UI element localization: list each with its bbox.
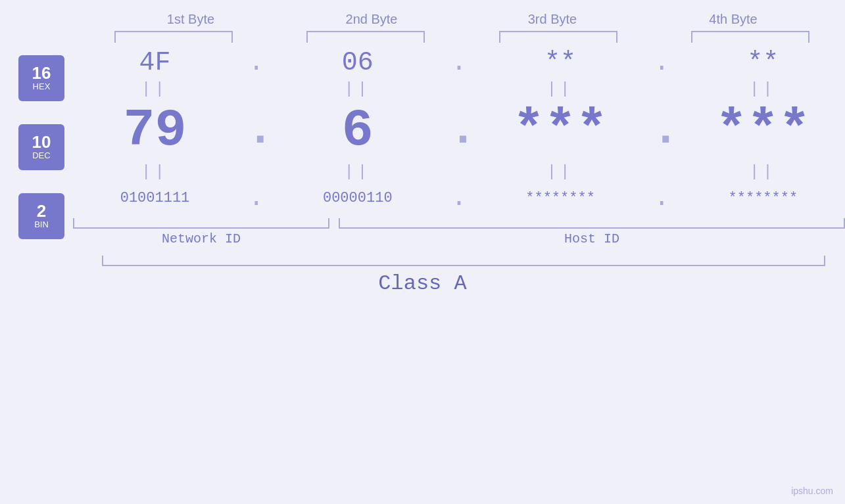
eq-3: || xyxy=(488,80,633,98)
byte-label-1: 1st Byte xyxy=(118,12,263,27)
equals-row-2: || || || || xyxy=(73,160,845,183)
bracket-2 xyxy=(306,31,425,43)
network-id-label: Network ID xyxy=(73,231,329,246)
dec-byte-1: 79 xyxy=(83,101,228,160)
hex-row: 4F . 06 . ** . ** xyxy=(73,48,845,78)
main-container: 1st Byte 2nd Byte 3rd Byte 4th Byte 16 H… xyxy=(0,0,845,504)
bottom-section: Network ID Host ID xyxy=(73,218,845,246)
dec-sep-3: . xyxy=(652,104,671,156)
dec-byte-4: *** xyxy=(690,101,835,160)
hex-byte-2: 06 xyxy=(285,48,430,78)
equals-row-1: || || || || xyxy=(73,78,845,101)
dec-sep-2: . xyxy=(449,104,469,156)
bin-byte-4: ******** xyxy=(690,190,835,206)
bracket-3 xyxy=(499,31,617,43)
dec-byte-3: *** xyxy=(488,101,633,160)
badges-column: 16 HEX 10 DEC 2 BIN xyxy=(0,55,73,239)
badge-hex-number: 16 xyxy=(32,64,51,81)
eq-4: || xyxy=(690,80,835,98)
hex-sep-1: . xyxy=(247,48,266,78)
eq-1: || xyxy=(83,80,228,98)
bottom-brackets xyxy=(73,218,845,229)
bottom-labels: Network ID Host ID xyxy=(73,231,845,246)
hex-byte-3: ** xyxy=(488,48,633,78)
main-grid: 16 HEX 10 DEC 2 BIN 4F . 06 . ** . ** xyxy=(0,48,845,246)
network-id-bracket xyxy=(73,218,329,229)
badge-bin: 2 BIN xyxy=(18,193,64,239)
bin-sep-2: . xyxy=(449,183,469,213)
badge-hex-label: HEX xyxy=(33,81,51,92)
host-id-bracket xyxy=(339,218,845,229)
byte-label-4: 4th Byte xyxy=(661,12,806,27)
byte-label-3: 3rd Byte xyxy=(480,12,625,27)
bin-byte-3: ******** xyxy=(488,190,633,206)
dec-byte-2: 6 xyxy=(285,101,430,160)
hex-byte-4: ** xyxy=(690,48,835,78)
badge-dec-number: 10 xyxy=(32,133,51,150)
eq2-4: || xyxy=(690,163,835,181)
bracket-1 xyxy=(114,31,233,43)
bin-row: 01001111 . 00000110 . ******** . *******… xyxy=(73,183,845,213)
class-bracket xyxy=(102,256,825,266)
hex-byte-1: 4F xyxy=(83,48,228,78)
badge-bin-number: 2 xyxy=(37,202,46,219)
eq2-2: || xyxy=(285,163,430,181)
badge-dec-label: DEC xyxy=(32,150,50,161)
host-id-label: Host ID xyxy=(339,231,845,246)
badge-bin-label: BIN xyxy=(34,219,49,230)
dec-sep-1: . xyxy=(247,104,266,156)
dec-row: 79 . 6 . *** . *** xyxy=(73,101,845,160)
byte-label-2: 2nd Byte xyxy=(299,12,444,27)
watermark: ipshu.com xyxy=(791,486,833,496)
eq2-1: || xyxy=(83,163,228,181)
bracket-4 xyxy=(691,31,809,43)
class-label: Class A xyxy=(61,271,785,296)
data-rows: 4F . 06 . ** . ** || || || || 79 xyxy=(73,48,845,246)
hex-sep-2: . xyxy=(449,48,469,78)
bin-byte-2: 00000110 xyxy=(285,190,430,206)
bin-byte-1: 01001111 xyxy=(83,190,228,206)
top-brackets xyxy=(78,31,846,43)
bin-sep-1: . xyxy=(247,183,266,213)
byte-labels-row: 1st Byte 2nd Byte 3rd Byte 4th Byte xyxy=(101,12,824,27)
eq-2: || xyxy=(285,80,430,98)
eq2-3: || xyxy=(488,163,633,181)
bin-sep-3: . xyxy=(652,183,671,213)
badge-hex: 16 HEX xyxy=(18,55,64,101)
badge-dec: 10 DEC xyxy=(18,124,64,170)
hex-sep-3: . xyxy=(652,48,671,78)
